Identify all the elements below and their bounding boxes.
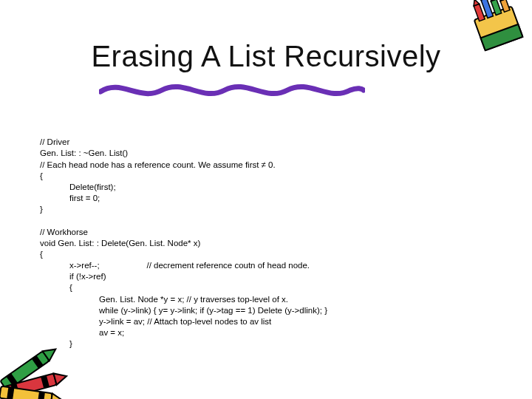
code-line: // Workhorse — [40, 228, 88, 236]
code-line: // Each head node has a reference count.… — [40, 160, 276, 169]
crayons-icon — [0, 307, 88, 399]
code-line: { — [40, 171, 43, 180]
crayon-box-icon — [457, 0, 532, 70]
code-line: Gen. List. Node *y = x; // y traverses t… — [40, 294, 288, 305]
code-line: Gen. List: : ~Gen. List() — [40, 149, 128, 157]
code-line: { — [40, 250, 43, 259]
svg-marker-15 — [53, 370, 68, 385]
svg-marker-19 — [51, 393, 64, 399]
page-title: Erasing A List Recursively — [0, 40, 532, 73]
code-block: // Driver Gen. List: : ~Gen. List() // E… — [40, 126, 491, 361]
code-line: first = 0; — [40, 193, 100, 204]
code-line: // Driver — [40, 137, 69, 146]
title-underline-squiggle — [99, 80, 365, 100]
code-line: void Gen. List: : Delete(Gen. List. Node… — [40, 239, 200, 248]
slide: Erasing A List Recursively // Driver Gen… — [0, 0, 532, 399]
code-line: Delete(first); — [40, 182, 116, 193]
code-line: x->ref--; // decrement reference coutn o… — [40, 260, 310, 271]
code-line: { — [40, 282, 72, 293]
code-line: if (!x->ref) — [40, 271, 106, 282]
code-line: } — [40, 205, 43, 214]
